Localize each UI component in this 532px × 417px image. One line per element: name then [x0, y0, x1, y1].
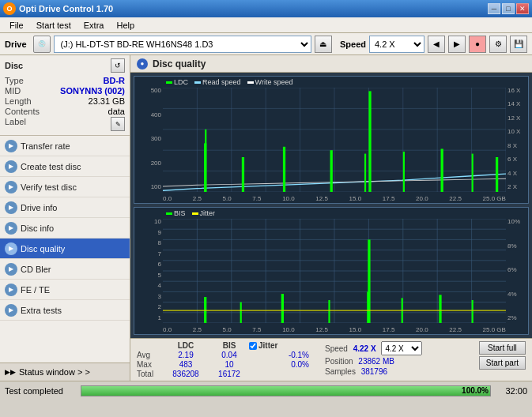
stats-avg-label: Avg — [137, 351, 162, 359]
drive-info-icon: ▶ — [5, 201, 17, 214]
nav-drive-info[interactable]: ▶ Drive info — [0, 197, 130, 218]
disc-info-icon: ▶ — [5, 222, 17, 235]
svg-rect-20 — [330, 150, 333, 192]
speed-stat-val: 4.22 X — [353, 344, 376, 353]
speed-prev-button[interactable]: ◀ — [428, 36, 445, 53]
progress-label: Test completed — [5, 386, 76, 396]
stats-max-jitter: 0.0% — [249, 360, 312, 369]
speed-stat-label: Speed — [325, 344, 348, 353]
minimize-button[interactable]: ─ — [488, 3, 500, 14]
nav-create-test-disc-label: Create test disc — [21, 162, 81, 171]
nav-verify-test-disc[interactable]: ▶ Verify test disc — [0, 177, 130, 197]
start-full-button[interactable]: Start full — [479, 341, 526, 355]
action-buttons: Start full Start part — [479, 341, 526, 370]
y-label-2x: 2 X — [507, 184, 528, 190]
nav-verify-test-disc-label: Verify test disc — [21, 182, 77, 192]
disc-refresh-button[interactable]: ↺ — [111, 58, 125, 73]
ldc-y-axis-left: 500 400 300 200 100 — [134, 88, 163, 190]
stats-total-bis: 16172 — [209, 370, 249, 378]
stats-avg-bis: 0.04 — [209, 351, 249, 359]
y-label-6x: 6 X — [507, 156, 528, 163]
write-speed-legend-dot — [247, 81, 254, 84]
disc-btn-1[interactable]: ● — [469, 36, 486, 53]
y-label-16x: 16 X — [507, 88, 528, 94]
y-label-5: 5 — [134, 272, 161, 279]
svg-rect-55 — [472, 300, 474, 323]
nav-disc-info[interactable]: ▶ Disc info — [0, 218, 130, 239]
y-label-300: 300 — [134, 136, 161, 142]
bis-chart-plot — [163, 219, 506, 323]
drive-bar: Drive 💿 (J:) HL-DT-ST BD-RE WH16NS48 1.D… — [0, 33, 532, 55]
nav-extra-tests[interactable]: ▶ Extra tests — [0, 300, 130, 321]
nav-create-test-disc[interactable]: ▶ Create test disc — [0, 156, 130, 177]
stats-bis-header: BIS — [209, 341, 249, 350]
ldc-legend-item: LDC — [166, 78, 188, 86]
label-edit-button[interactable]: ✎ — [111, 117, 125, 131]
svg-rect-26 — [496, 157, 498, 192]
svg-rect-21 — [364, 154, 366, 192]
menu-file[interactable]: File — [3, 20, 30, 31]
nav-cd-bler-label: CD Bler — [21, 265, 51, 274]
length-label: Length — [5, 96, 32, 106]
nav-disc-quality[interactable]: ▶ Disc quality — [0, 239, 130, 259]
save-button[interactable]: 💾 — [510, 36, 527, 53]
disc-btn-2[interactable]: ⚙ — [489, 36, 507, 53]
eject-button[interactable]: ⏏ — [315, 36, 332, 53]
position-val: 23862 MB — [358, 357, 394, 366]
svg-rect-48 — [240, 302, 242, 323]
contents-label: Contents — [5, 107, 40, 116]
stats-max-ldc: 483 — [162, 360, 209, 369]
sidebar: Disc ↺ Type BD-R MID SONYNN3 (002) Lengt… — [0, 55, 130, 381]
speed-select[interactable]: 4.2 X — [369, 36, 424, 53]
app-icon: O — [3, 2, 16, 15]
stats-total-jitter — [249, 370, 312, 378]
ldc-chart: LDC Read speed Write speed 500 400 300 — [134, 76, 529, 204]
nav-extra-tests-label: Extra tests — [21, 306, 62, 315]
drive-select[interactable]: (J:) HL-DT-ST BD-RE WH16NS48 1.D3 — [54, 36, 311, 53]
bis-legend-label: BIS — [174, 209, 186, 217]
close-button[interactable]: ✕ — [516, 3, 529, 14]
y-label-2pct: 2% — [507, 315, 528, 321]
nav-fe-te-label: FE / TE — [21, 285, 50, 295]
bis-chart-legend: BIS Jitter — [166, 209, 215, 217]
y-label-200: 200 — [134, 160, 161, 167]
nav-transfer-rate-label: Transfer rate — [21, 141, 70, 151]
status-header[interactable]: ▶▶ Status window > > — [0, 363, 130, 381]
menu-extra[interactable]: Extra — [77, 20, 111, 31]
samples-val: 381796 — [361, 367, 387, 376]
nav-cd-bler[interactable]: ▶ CD Bler — [0, 259, 130, 280]
start-part-button[interactable]: Start part — [479, 356, 526, 370]
ldc-chart-plot — [163, 88, 506, 192]
nav-transfer-rate[interactable]: ▶ Transfer rate — [0, 136, 130, 156]
disc-quality-icon: ▶ — [5, 242, 17, 255]
menu-help[interactable]: Help — [110, 20, 141, 31]
y-label-14x: 14 X — [507, 101, 528, 107]
stats-avg-jitter: -0.1% — [249, 351, 312, 359]
stats-row-header — [137, 341, 162, 350]
stats-total-label: Total — [137, 370, 162, 378]
y-label-10pct: 10% — [507, 219, 528, 225]
svg-rect-22 — [368, 91, 371, 192]
content-area: ● Disc quality LDC Read speed — [130, 55, 532, 381]
disc-panel: Disc ↺ Type BD-R MID SONYNN3 (002) Lengt… — [0, 55, 130, 136]
type-value: BD-R — [104, 76, 126, 85]
svg-rect-50 — [328, 300, 330, 323]
write-speed-legend-item: Write speed — [247, 78, 293, 86]
content-title: Disc quality — [153, 58, 206, 70]
read-speed-legend-item: Read speed — [194, 78, 241, 86]
maximize-button[interactable]: □ — [502, 3, 515, 14]
stats-total-ldc: 836208 — [162, 370, 209, 378]
y-label-8pct: 8% — [507, 243, 528, 250]
y-label-6: 6 — [134, 261, 161, 268]
nav-disc-quality-label: Disc quality — [21, 244, 65, 254]
stats-ldc-header: LDC — [162, 341, 209, 350]
ldc-chart-svg — [163, 88, 506, 192]
jitter-checkbox[interactable] — [249, 342, 257, 350]
svg-rect-54 — [439, 295, 441, 323]
speed-next-button[interactable]: ▶ — [448, 36, 466, 53]
nav-fe-te[interactable]: ▶ FE / TE — [0, 280, 130, 300]
app-title: Opti Drive Control 1.70 — [19, 4, 486, 13]
menu-start-test[interactable]: Start test — [30, 20, 77, 31]
jitter-legend-item: Jitter — [192, 209, 216, 217]
speed-stat-select[interactable]: 4.2 X — [381, 341, 422, 355]
